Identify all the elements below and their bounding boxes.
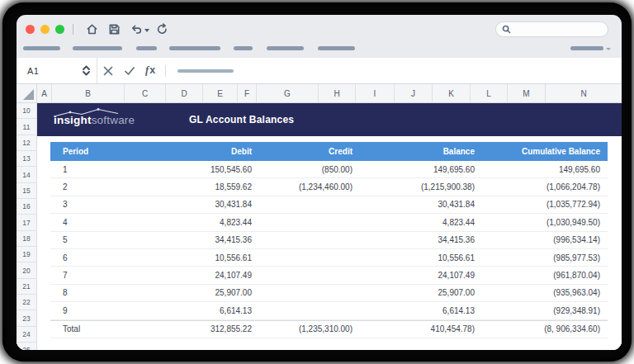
menu-item-placeholder[interactable] — [318, 46, 355, 50]
row-header-22[interactable]: 22 — [17, 295, 36, 310]
table-cell[interactable]: 34,415.36 — [125, 235, 255, 244]
row-header-17[interactable]: 17 — [17, 215, 36, 230]
column-header-K[interactable]: K — [433, 84, 471, 102]
row-header-20[interactable]: 20 — [17, 262, 36, 278]
column-header-D[interactable]: D — [166, 84, 203, 102]
menu-item-placeholder[interactable] — [136, 46, 157, 50]
cell-stepper[interactable] — [83, 65, 90, 76]
column-header-C[interactable]: C — [125, 84, 166, 102]
column-header-M[interactable]: M — [508, 84, 546, 102]
row-header-12[interactable]: 12 — [17, 135, 36, 151]
select-all-corner[interactable] — [17, 84, 37, 102]
table-cell[interactable]: (961,870.04) — [478, 271, 608, 280]
column-header-N[interactable]: N — [546, 84, 622, 102]
zoom-window-button[interactable] — [55, 25, 64, 34]
row-header-18[interactable]: 18 — [17, 231, 36, 247]
table-cell[interactable]: 410,454.78) — [356, 324, 478, 333]
column-header-F[interactable]: F — [238, 84, 257, 102]
column-header-G[interactable]: G — [257, 84, 319, 102]
row-header-13[interactable]: 13 — [17, 151, 36, 167]
cell-reference[interactable]: A1 — [27, 66, 39, 76]
column-header-L[interactable]: L — [471, 84, 508, 102]
name-box[interactable]: A1 — [17, 58, 97, 83]
table-cell[interactable]: 312,855.22 — [125, 324, 255, 333]
table-cell[interactable]: (1,030,949.50) — [478, 218, 608, 227]
table-cell[interactable]: 30,431.84 — [356, 200, 478, 209]
table-cell[interactable]: (850.00) — [255, 165, 356, 174]
table-cell[interactable]: 1 — [50, 165, 125, 174]
menu-caret-icon[interactable] — [606, 48, 611, 50]
row-header-21[interactable]: 21 — [17, 279, 36, 295]
formula-content-placeholder[interactable] — [177, 69, 234, 73]
table-header-cell[interactable]: Debit — [125, 147, 255, 156]
table-cell[interactable]: 10,556.61 — [356, 253, 478, 262]
table-cell[interactable]: (985,977.53) — [478, 253, 608, 262]
column-header-I[interactable]: I — [356, 84, 395, 102]
table-cell[interactable]: 149,695.60 — [478, 165, 608, 174]
row-header-16[interactable]: 16 — [17, 199, 36, 215]
undo-dropdown-caret[interactable] — [144, 29, 149, 32]
table-header-cell[interactable]: Credit — [255, 147, 356, 156]
table-cell[interactable]: (1,035,772.94) — [478, 200, 608, 209]
table-cell[interactable]: (929,348.91) — [478, 306, 608, 315]
table-cell[interactable]: (1,235,310.00) — [255, 324, 356, 333]
column-header-J[interactable]: J — [395, 84, 433, 102]
table-cell[interactable]: 2 — [50, 182, 125, 191]
row-header-15[interactable]: 15 — [17, 183, 36, 199]
home-icon[interactable] — [86, 23, 98, 35]
table-cell[interactable]: (1,234,460.00) — [255, 182, 356, 191]
table-cell[interactable]: (996,534.14) — [478, 235, 608, 244]
column-header-H[interactable]: H — [319, 84, 356, 102]
table-header-cell[interactable]: Balance — [356, 147, 478, 156]
table-cell[interactable]: (1,215,900.38) — [356, 182, 478, 191]
confirm-entry-icon[interactable] — [124, 65, 135, 77]
table-cell[interactable]: 25,907.00 — [125, 288, 255, 297]
undo-button[interactable] — [125, 23, 151, 35]
table-cell[interactable]: 10,556.61 — [125, 253, 255, 262]
menu-item-placeholder[interactable] — [234, 46, 253, 50]
table-cell[interactable]: 150,545.60 — [125, 165, 255, 174]
column-header-B[interactable]: B — [52, 84, 125, 102]
table-cell[interactable]: (8, 906,334.60) — [478, 324, 608, 333]
table-cell[interactable]: 6 — [50, 253, 125, 262]
row-header-14[interactable]: 14 — [17, 167, 36, 182]
table-cell[interactable]: (1,066,204.78) — [478, 182, 608, 191]
row-header-23[interactable]: 23 — [17, 310, 36, 326]
table-cell[interactable]: 34,415.36 — [356, 235, 478, 244]
table-cell[interactable]: 24,107.49 — [356, 271, 478, 280]
table-cell[interactable]: 18,559.62 — [125, 182, 255, 191]
row-header-11[interactable]: 11 — [17, 119, 36, 135]
table-cell[interactable]: 9 — [50, 306, 125, 315]
table-cell[interactable]: 30,431.84 — [125, 200, 255, 209]
table-cell[interactable]: 25,907.00 — [356, 288, 478, 297]
table-cell[interactable]: 6,614.13 — [125, 306, 255, 315]
table-cell[interactable]: 4,823.44 — [356, 218, 478, 227]
table-header-cell[interactable]: Cumulative Balance — [478, 147, 608, 156]
table-cell[interactable]: 24,107.49 — [125, 271, 255, 280]
table-cell[interactable]: 149,695.60 — [356, 165, 478, 174]
menu-item-placeholder[interactable] — [73, 46, 122, 50]
table-cell[interactable]: 5 — [50, 235, 125, 244]
row-header-24[interactable]: 24 — [17, 327, 36, 343]
close-window-button[interactable] — [26, 25, 35, 34]
row-header-10[interactable]: 10 — [17, 103, 36, 119]
menu-item-placeholder[interactable] — [23, 46, 60, 50]
menu-item-placeholder[interactable] — [169, 46, 220, 50]
table-cell[interactable]: 3 — [50, 200, 125, 209]
search-input[interactable] — [495, 21, 608, 37]
table-cell[interactable]: (935,963.04) — [478, 288, 608, 297]
column-header-A[interactable]: A — [37, 84, 52, 102]
sheet-cells[interactable]: insightsoftware GL Account Balances Peri… — [37, 103, 622, 350]
table-cell[interactable]: 4,823.44 — [125, 218, 255, 227]
table-cell[interactable]: 7 — [50, 271, 125, 280]
menu-item-placeholder[interactable] — [267, 46, 304, 50]
table-cell[interactable]: 4 — [50, 218, 125, 227]
save-icon[interactable] — [108, 23, 121, 35]
menu-item-placeholder[interactable] — [570, 46, 603, 50]
table-cell[interactable]: 8 — [50, 288, 125, 297]
row-header-19[interactable]: 19 — [17, 247, 36, 262]
minimize-window-button[interactable] — [40, 25, 50, 34]
table-cell[interactable]: 6,614.13 — [356, 306, 478, 315]
table-cell[interactable]: Total — [50, 324, 125, 333]
redo-refresh-icon[interactable] — [156, 23, 168, 35]
